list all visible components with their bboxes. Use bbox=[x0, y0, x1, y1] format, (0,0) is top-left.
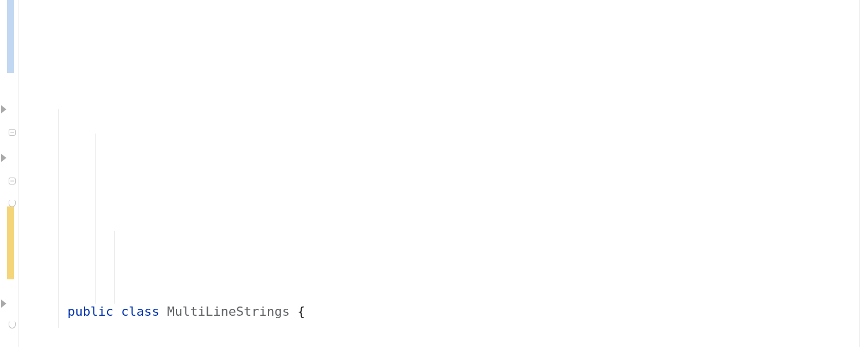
fold-collapse-icon[interactable] bbox=[9, 129, 16, 136]
code-line: public class MultiLineStrings { bbox=[19, 275, 868, 300]
code-line bbox=[19, 208, 868, 232]
gutter-row[interactable] bbox=[0, 146, 19, 170]
gutter[interactable] bbox=[0, 0, 19, 347]
gutter-row bbox=[0, 24, 19, 49]
gutter-row[interactable] bbox=[0, 121, 19, 146]
gutter-row bbox=[0, 49, 19, 73]
gutter-row bbox=[0, 73, 19, 97]
code-line: public void multiLineStrings() { bbox=[19, 343, 868, 347]
right-margin-scrollbar[interactable] bbox=[859, 0, 868, 347]
run-icon[interactable] bbox=[1, 154, 6, 162]
gutter-row[interactable] bbox=[0, 97, 19, 121]
class-name: MultiLineStrings bbox=[167, 304, 290, 319]
run-icon[interactable] bbox=[1, 105, 6, 113]
gutter-row[interactable] bbox=[0, 316, 19, 340]
gutter-row bbox=[0, 340, 19, 347]
fold-collapse-icon[interactable] bbox=[9, 178, 16, 184]
code-line bbox=[19, 154, 868, 179]
gutter-row bbox=[0, 0, 19, 24]
gutter-row[interactable] bbox=[0, 291, 19, 316]
gutter-row[interactable] bbox=[0, 194, 19, 219]
run-icon[interactable] bbox=[1, 300, 6, 308]
gutter-row bbox=[0, 267, 19, 291]
keyword: public bbox=[67, 304, 113, 319]
code-line bbox=[19, 101, 868, 125]
gutter-row bbox=[0, 243, 19, 267]
brace-open: { bbox=[297, 304, 305, 319]
code-area[interactable]: public class MultiLineStrings { public v… bbox=[19, 0, 868, 347]
gutter-row bbox=[0, 219, 19, 243]
fold-end-icon[interactable] bbox=[9, 322, 16, 328]
code-editor[interactable]: public class MultiLineStrings { public v… bbox=[0, 0, 868, 347]
keyword: class bbox=[121, 304, 159, 319]
gutter-row[interactable] bbox=[0, 170, 19, 194]
fold-end-icon[interactable] bbox=[9, 200, 16, 207]
